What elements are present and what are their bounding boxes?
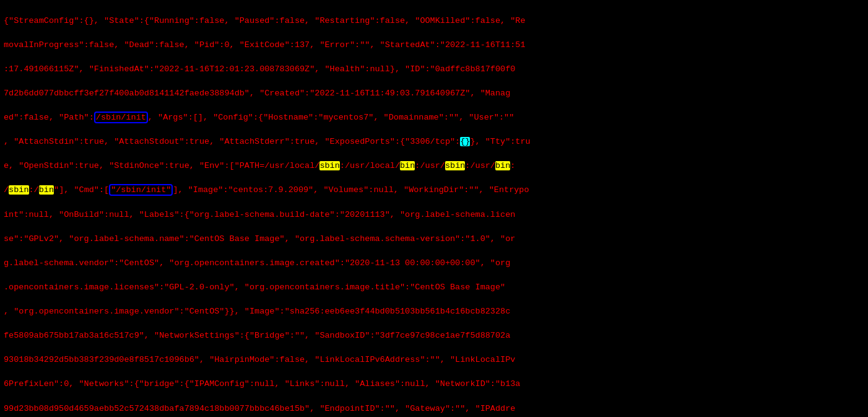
line8-pre: / — [4, 185, 9, 195]
highlight-sbin2: sbin — [445, 161, 465, 170]
line5-pre: ed":false, "Path": — [4, 113, 94, 122]
line10: se":"GPLv2", "org.label-schema.name":"Ce… — [4, 234, 515, 244]
line9: int":null, "OnBuild":null, "Labels":{"or… — [4, 210, 515, 219]
line7-pre: e, "OpenStdin":true, "StdinOnce":true, "… — [4, 161, 319, 170]
line14: fe5809ab675bb17ab3a16c517c9", "NetworkSe… — [4, 331, 510, 340]
line6-pre: , "AttachStdin":true, "AttachStdout":tru… — [4, 137, 460, 146]
line17: 99d23bb08d950d4659aebb52c572438dbafa7894… — [4, 404, 515, 413]
highlight-bin1: bin — [400, 161, 415, 170]
line12: .opencontainers.image.licenses":"GPL-2.0… — [4, 283, 505, 292]
line11: g.label-schema.vendor":"CentOS", "org.op… — [4, 258, 510, 268]
highlight-sbin1: sbin — [319, 161, 339, 170]
highlight-sbin3: sbin — [9, 185, 28, 195]
line15: 93018b34292d5bb383f239d0e8f8517c1096b6",… — [4, 355, 515, 364]
line5-post: , "Args":[], "Config":{"Hostname":"mycen… — [148, 113, 514, 122]
line13: , "org.opencontainers.image.vendor":"Cen… — [4, 307, 510, 316]
line1: {"StreamConfig":{}, "State":{"Running":f… — [4, 16, 526, 25]
highlight-bin2: bin — [495, 161, 510, 170]
line6-post: }, "Tty":tru — [470, 137, 530, 146]
highlight-path: /sbin/init — [94, 112, 148, 123]
line4: 7d2b6dd077dbbcff3ef27f400ab0d8141142faed… — [4, 89, 510, 98]
highlight-bin3: bin — [39, 185, 54, 195]
highlight-braces: {} — [460, 137, 470, 146]
line2: movalInProgress":false, "Dead":false, "P… — [4, 40, 526, 50]
highlight-cmd: "/sbin/init" — [109, 184, 173, 196]
line16: 6PrefixLen":0, "Networks":{"bridge":{"IP… — [4, 379, 520, 388]
line3: :17.491066115Z", "FinishedAt":"2022-11-1… — [4, 64, 515, 74]
main-content: {"StreamConfig":{}, "State":{"Running":f… — [0, 0, 868, 417]
